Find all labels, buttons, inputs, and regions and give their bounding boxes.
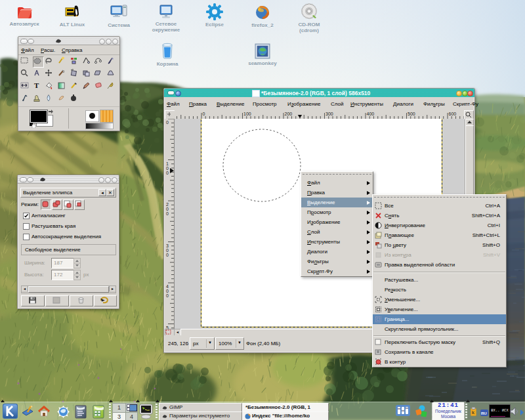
svg-text:0: 0 xyxy=(203,112,205,116)
svg-text:0: 0 xyxy=(166,120,169,125)
svg-text:1: 1 xyxy=(166,161,169,166)
svg-text:0: 0 xyxy=(166,289,169,293)
svg-text:600: 600 xyxy=(449,112,457,116)
svg-text:100: 100 xyxy=(243,112,251,116)
svg-text:0: 0 xyxy=(166,211,169,216)
svg-text:4: 4 xyxy=(166,284,169,289)
svg-text:0: 0 xyxy=(166,253,169,257)
svg-text:T: T xyxy=(34,81,39,89)
svg-text:200: 200 xyxy=(285,112,293,116)
svg-text:0: 0 xyxy=(166,293,169,298)
svg-text:300: 300 xyxy=(326,112,333,116)
svg-text:400: 400 xyxy=(367,112,375,116)
svg-text:0: 0 xyxy=(166,207,169,211)
svg-text:500: 500 xyxy=(408,112,415,116)
svg-text:0: 0 xyxy=(166,166,169,171)
svg-text:0: 0 xyxy=(166,248,169,253)
svg-text:2: 2 xyxy=(166,202,169,207)
svg-text:RU: RU xyxy=(481,411,487,415)
svg-text:0: 0 xyxy=(166,171,169,175)
svg-text:3: 3 xyxy=(166,243,169,248)
